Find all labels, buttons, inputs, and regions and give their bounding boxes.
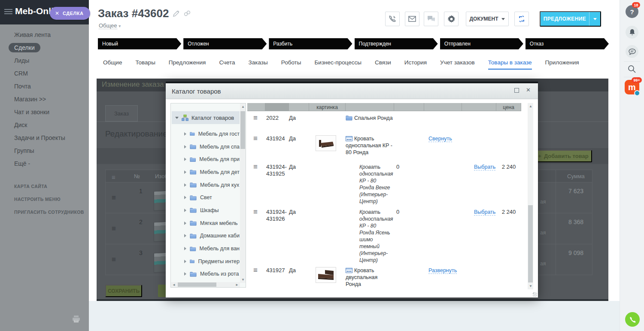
column-header-image[interactable]: картинка [309,103,346,111]
tab-связи[interactable]: Связи [375,59,391,70]
drag-handle-icon[interactable]: ≡ [247,115,265,132]
tree-horizontal-scrollbar[interactable]: ◄ ► [171,282,240,287]
scroll-up-icon[interactable]: ▲ [529,104,532,108]
panel-tab-order[interactable]: Заказ [105,105,138,121]
scroll-up-icon[interactable]: ▲ [241,105,245,109]
order-category-selector[interactable]: Общее ▾ [99,22,121,29]
pipeline-stage[interactable]: Новый [98,38,181,49]
tab-общие[interactable]: Общие [103,59,122,70]
email-button[interactable] [405,12,419,26]
sidebar-item-сделки[interactable]: Сделки [0,41,89,54]
pipeline-stage[interactable]: Подтвержден [355,38,438,49]
tab-бизнес-процессы[interactable]: Бизнес-процессы [314,59,361,70]
maximize-icon[interactable] [514,88,519,93]
notifications-button[interactable] [626,26,638,39]
select-product-link[interactable]: Выбрать [474,164,495,170]
close-icon[interactable]: ✕ [55,11,59,16]
call-button[interactable] [385,12,400,26]
drag-handle-icon[interactable]: ≡ [247,267,265,291]
tree-item[interactable]: Мебель для гост [171,128,240,140]
tree-item[interactable]: Мебель для ван [171,242,240,255]
select-product-link[interactable]: Выбрать [474,209,495,216]
tree-item[interactable]: Домашние каби [171,230,240,243]
tree-item[interactable]: Мебель для при [171,153,240,166]
tree-item[interactable]: Мебель для кух [171,179,240,191]
drag-handle-icon[interactable]: ≡ [247,164,265,205]
sidebar-item-чат-и-звонки[interactable]: Чат и звонки [0,106,89,118]
tree-item[interactable]: Мебель из рота [171,268,240,281]
tab-приложения[interactable]: Приложения [545,59,579,70]
drag-handle-icon[interactable]: ≡ [247,135,265,160]
sidebar-item-живая-лента[interactable]: Живая лента [0,28,89,41]
tab-роботы[interactable]: Роботы [281,59,301,70]
scroll-left-icon[interactable]: ◄ [172,283,176,287]
expand-collapse-link[interactable]: Свернуть [428,136,452,142]
deal-badge[interactable]: ✕ СДЕЛКА [50,7,90,20]
tree-item[interactable]: Мягкая мебель [171,217,240,230]
chevron-right-icon[interactable] [184,209,186,212]
scroll-down-icon[interactable]: ▼ [529,284,532,288]
document-button[interactable]: ДОКУМЕНТ [466,12,509,26]
pipeline-stage[interactable]: Отказ [526,38,609,49]
resize-handle[interactable] [533,292,537,297]
chevron-right-icon[interactable] [184,196,186,199]
add-product-button[interactable]: + Добавить товар [535,150,592,162]
sidebar-item-диск[interactable]: Диск [0,118,89,131]
chevron-right-icon[interactable] [184,222,186,225]
tab-история[interactable]: История [404,59,427,70]
tab-заказы[interactable]: Заказы [249,59,268,70]
sidebar-item-группы[interactable]: Группы [0,144,89,157]
expand-collapse-link[interactable]: Развернуть [428,267,457,274]
sidebar-item-задачи-и-проекты[interactable]: Задачи и Проекты [0,131,89,144]
pipeline-stage[interactable]: Отправлен [440,38,523,49]
pipeline-stage[interactable]: Отложен [183,38,267,49]
chevron-right-icon[interactable] [184,272,186,276]
save-button[interactable]: СОХРАНИТЬ [105,285,142,297]
chevron-right-icon[interactable] [184,183,186,187]
chat-button[interactable] [424,12,438,26]
scroll-right-icon[interactable]: ► [235,283,239,287]
messenger-button[interactable] [626,45,638,58]
tab-предложения[interactable]: Предложения [169,59,206,70]
sidebar-footer-link[interactable]: КАРТА САЙТА [14,184,84,189]
sidebar-item-магазин-[interactable]: Магазин >> [0,93,89,106]
sidebar-item-лиды[interactable]: Лиды [0,54,89,67]
scroll-down-icon[interactable]: ▼ [241,278,245,282]
sync-button[interactable] [514,12,529,26]
printer-icon[interactable] [72,316,80,323]
table-vertical-scrollbar[interactable]: ▲ ▼ [528,103,533,289]
chevron-right-icon[interactable] [184,260,186,263]
drag-handle-icon[interactable]: ≡ [247,209,265,264]
tree-vertical-scrollbar[interactable]: ▲ ▼ [240,103,246,283]
chevron-right-icon[interactable] [184,247,186,250]
hamburger-menu-icon[interactable] [4,9,12,15]
scrollbar-thumb[interactable] [178,282,216,287]
tree-item[interactable]: Мебель для спа [171,140,240,153]
proposal-button[interactable]: ПРЕДЛОЖЕНИЕ [540,11,601,27]
tab-счета[interactable]: Счета [219,59,235,70]
tab-товары[interactable]: Товары [135,59,155,70]
tree-root-item[interactable]: Каталог товаров [172,111,240,124]
tree-item[interactable]: Свет [171,191,240,204]
edit-pencil-icon[interactable] [173,10,179,17]
chevron-right-icon[interactable] [184,234,186,237]
proposal-dropdown[interactable] [589,12,600,26]
sidebar-item-crm[interactable]: CRM [0,67,89,80]
pipeline-stage[interactable]: Разбить [269,38,352,49]
sidebar-footer-link[interactable]: ПРИГЛАСИТЬ СОТРУДНИКОВ [14,210,84,215]
close-icon[interactable]: ✕ [526,87,531,93]
tree-item[interactable]: Шкафы [171,204,240,217]
search-icon[interactable] [627,64,636,73]
call-widget-button[interactable] [625,312,640,327]
sidebar-item-ещ-[interactable]: Ещё - [0,157,89,170]
column-header-price[interactable]: цена [496,103,521,111]
tab-учет-заказов[interactable]: Учет заказов [440,59,475,70]
chevron-down-icon[interactable] [175,117,179,119]
link-icon[interactable] [184,10,191,17]
tab-товары-в-заказе[interactable]: Товары в заказе [488,59,532,70]
scrollbar-thumb[interactable] [528,205,533,282]
sidebar-item-почта[interactable]: Почта [0,80,89,93]
tree-item[interactable]: Предметы интер [171,255,240,268]
chevron-right-icon[interactable] [184,145,186,149]
sidebar-footer-link[interactable]: НАСТРОИТЬ МЕНЮ [14,197,84,202]
